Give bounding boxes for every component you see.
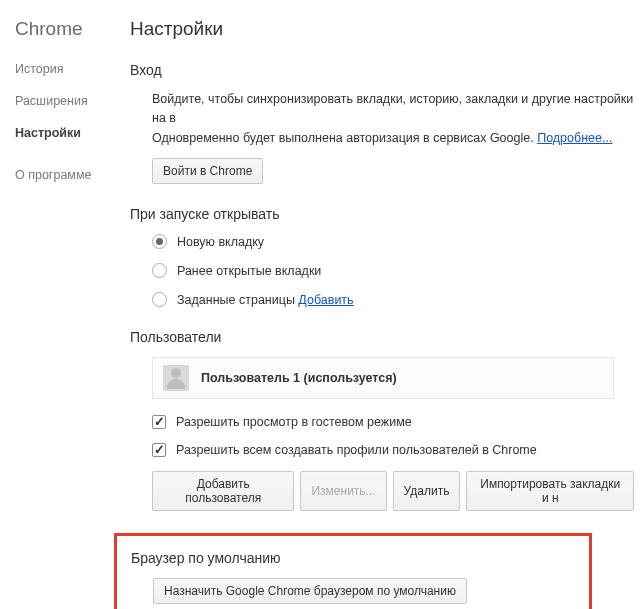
sidebar-item-about[interactable]: О программе — [15, 168, 130, 182]
signin-learn-more-link[interactable]: Подробнее... — [537, 131, 612, 145]
page-title: Настройки — [130, 18, 640, 40]
sidebar-item-settings[interactable]: Настройки — [15, 126, 130, 140]
users-button-row: Добавить пользователя Изменить... Удалит… — [152, 471, 636, 511]
radio-icon — [152, 292, 167, 307]
sidebar-item-extensions[interactable]: Расширения — [15, 94, 130, 108]
guest-mode-checkbox-row[interactable]: Разрешить просмотр в гостевом режиме — [152, 415, 636, 429]
allow-create-checkbox-row[interactable]: Разрешить всем создавать профили пользов… — [152, 443, 636, 457]
section-default-browser: Браузер по умолчанию Назначить Google Ch… — [130, 533, 640, 609]
allow-create-label: Разрешить всем создавать профили пользов… — [176, 443, 537, 457]
signin-title: Вход — [130, 62, 636, 78]
section-users: Пользователи Пользователь 1 (используетс… — [130, 329, 640, 511]
startup-title: При запуске открывать — [130, 206, 636, 222]
checkbox-icon — [152, 415, 166, 429]
startup-option-specific[interactable]: Заданные страницы Добавить — [152, 292, 636, 307]
users-title: Пользователи — [130, 329, 636, 345]
delete-user-button[interactable]: Удалить — [393, 471, 461, 511]
main-content: Настройки Вход Войдите, чтобы синхронизи… — [130, 0, 640, 609]
sidebar: Chrome История Расширения Настройки О пр… — [0, 0, 130, 609]
startup-option-newtab[interactable]: Новую вкладку — [152, 234, 636, 249]
startup-option-label: Ранее открытые вкладки — [177, 264, 321, 278]
edit-user-button[interactable]: Изменить... — [300, 471, 386, 511]
import-bookmarks-button[interactable]: Импортировать закладки и н — [466, 471, 634, 511]
radio-icon — [152, 263, 167, 278]
default-browser-highlight: Браузер по умолчанию Назначить Google Ch… — [114, 533, 592, 609]
add-user-button[interactable]: Добавить пользователя — [152, 471, 294, 511]
startup-option-label: Новую вкладку — [177, 235, 264, 249]
signin-desc-line2: Одновременно будет выполнена авторизация… — [152, 131, 537, 145]
section-startup: При запуске открывать Новую вкладку Ране… — [130, 206, 640, 307]
sidebar-item-history[interactable]: История — [15, 62, 130, 76]
checkbox-icon — [152, 443, 166, 457]
radio-icon — [152, 234, 167, 249]
signin-desc: Войдите, чтобы синхронизировать вкладки,… — [152, 90, 636, 148]
avatar-icon — [163, 365, 189, 391]
default-browser-title: Браузер по умолчанию — [131, 550, 575, 566]
signin-button[interactable]: Войти в Chrome — [152, 158, 263, 184]
startup-option-label: Заданные страницы — [177, 293, 295, 307]
user-name: Пользователь 1 (используется) — [201, 371, 397, 385]
guest-mode-label: Разрешить просмотр в гостевом режиме — [176, 415, 412, 429]
startup-option-continue[interactable]: Ранее открытые вкладки — [152, 263, 636, 278]
signin-desc-line1: Войдите, чтобы синхронизировать вкладки,… — [152, 92, 633, 125]
user-card[interactable]: Пользователь 1 (используется) — [152, 357, 614, 399]
startup-set-pages-link[interactable]: Добавить — [298, 293, 353, 307]
section-signin: Вход Войдите, чтобы синхронизировать вкл… — [130, 62, 640, 184]
brand-title: Chrome — [15, 18, 130, 40]
make-default-button[interactable]: Назначить Google Chrome браузером по умо… — [153, 578, 467, 604]
